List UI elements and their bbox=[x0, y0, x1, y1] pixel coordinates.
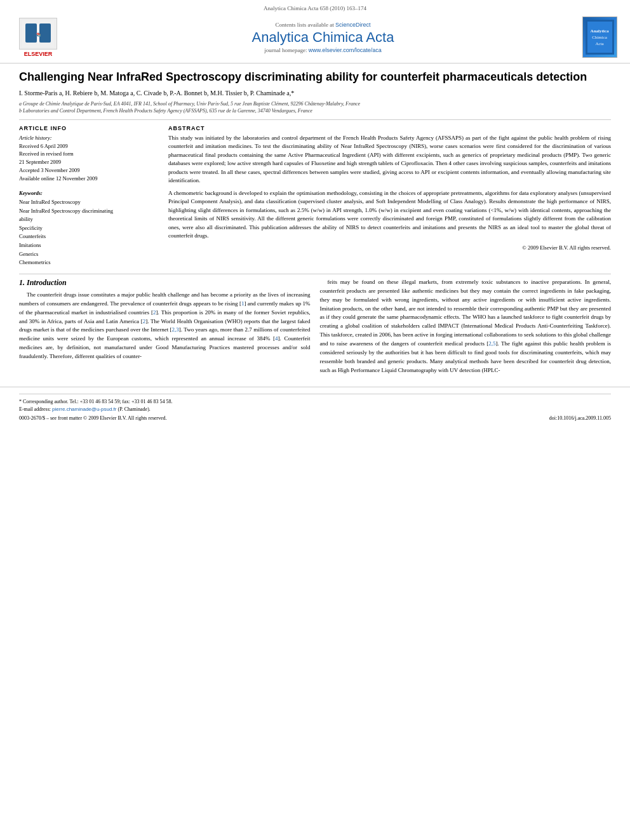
copyright-line: © 2009 Elsevier B.V. All rights reserved… bbox=[168, 244, 611, 251]
journal-thumbnail: Analytica Chimica Acta bbox=[582, 17, 617, 58]
abstract-paragraph-1: This study was initiated by the laborato… bbox=[168, 134, 611, 185]
science-direct-link[interactable]: ScienceDirect bbox=[335, 22, 371, 28]
intro-paragraph-right-1: feits may be found on these illegal mark… bbox=[320, 278, 612, 375]
elsevier-brand-text: ELSEVIER bbox=[24, 51, 53, 57]
keyword-5: Imitations bbox=[19, 241, 159, 250]
keyword-3: Specificity bbox=[19, 224, 159, 233]
journal-title: Analytica Chimica Acta bbox=[70, 29, 576, 46]
article-history: Article history: Received 6 April 2009 R… bbox=[19, 134, 159, 183]
elsevier-logo-image: 📚 bbox=[19, 18, 57, 50]
footnote-email-line: E-mail address: pierre.chaminade@u-psud.… bbox=[19, 406, 611, 413]
authors-text: I. Storme-Paris a, H. Rebiere b, M. Mato… bbox=[19, 90, 294, 97]
author-email[interactable]: pierre.chaminade@u-psud.fr bbox=[52, 406, 117, 412]
accepted-date: Accepted 3 November 2009 bbox=[19, 166, 159, 175]
keyword-7: Chemometrics bbox=[19, 258, 159, 267]
science-direct-label: Contents lists available at ScienceDirec… bbox=[70, 22, 576, 28]
introduction-left: 1. Introduction The counterfeit drugs is… bbox=[19, 278, 311, 375]
footer-divider bbox=[19, 394, 611, 394]
article-info-heading: ARTICLE INFO bbox=[19, 125, 159, 131]
authors-line: I. Storme-Paris a, H. Rebiere b, M. Mato… bbox=[19, 88, 611, 98]
footer-bottom-bar: 0003-2670/$ – see front matter © 2009 El… bbox=[19, 415, 611, 421]
journal-homepage: journal homepage: www.elsevier.com/locat… bbox=[70, 47, 576, 53]
revised-label: Received in revised form bbox=[19, 150, 159, 158]
affiliation-b: b Laboratories and Control Department, F… bbox=[19, 107, 611, 114]
affiliations: a Groupe de Chimie Analytique de Paris-S… bbox=[19, 100, 611, 114]
intro-body-left: The counterfeit drugs issue constitutes … bbox=[19, 291, 311, 362]
issn-line: 0003-2670/$ – see front matter © 2009 El… bbox=[19, 415, 167, 421]
elsevier-logo: 📚 ELSEVIER bbox=[13, 18, 64, 57]
intro-body-right: feits may be found on these illegal mark… bbox=[320, 278, 612, 375]
email-label: E-mail address: bbox=[19, 406, 51, 412]
svg-text:Acta: Acta bbox=[595, 41, 604, 46]
introduction-section: 1. Introduction The counterfeit drugs is… bbox=[19, 278, 611, 375]
article-info-abstract-section: ARTICLE INFO Article history: Received 6… bbox=[19, 119, 611, 267]
section-number-title: 1. Introduction bbox=[19, 278, 311, 288]
section-divider bbox=[19, 274, 611, 274]
journal-ref: Analytica Chimica Acta 658 (2010) 163–17… bbox=[13, 5, 617, 11]
keywords-section: Keywords: Near InfraRed Spectroscopy Nea… bbox=[19, 189, 159, 267]
section-number: 1. bbox=[19, 278, 25, 287]
page-footer: * Corresponding author. Tel.: +33 01 46 … bbox=[0, 387, 630, 423]
svg-text:Analytica: Analytica bbox=[591, 29, 609, 34]
intro-paragraph-left-1: The counterfeit drugs issue constitutes … bbox=[19, 291, 311, 362]
abstract-column: ABSTRACT This study was initiated by the… bbox=[168, 125, 611, 267]
svg-text:Chimica: Chimica bbox=[592, 35, 608, 40]
revised-date: 21 September 2009 bbox=[19, 158, 159, 166]
abstract-paragraph-2: A chemometric background is developed to… bbox=[168, 189, 611, 241]
article-content: Challenging Near InfraRed Spectroscopy d… bbox=[0, 63, 630, 382]
svg-rect-2 bbox=[39, 23, 51, 43]
abstract-body: This study was initiated by the laborato… bbox=[168, 134, 611, 241]
abstract-heading: ABSTRACT bbox=[168, 125, 611, 131]
affiliation-a: a Groupe de Chimie Analytique de Paris-S… bbox=[19, 100, 611, 107]
journal-homepage-url[interactable]: www.elsevier.com/locate/aca bbox=[309, 47, 382, 53]
available-date: Available online 12 November 2009 bbox=[19, 175, 159, 183]
header-center: Contents lists available at ScienceDirec… bbox=[70, 22, 576, 53]
footnote-corresponding: * Corresponding author. Tel.: +33 01 46 … bbox=[19, 398, 611, 406]
keyword-6: Generics bbox=[19, 250, 159, 259]
page-header: Analytica Chimica Acta 658 (2010) 163–17… bbox=[0, 0, 630, 63]
article-info-column: ARTICLE INFO Article history: Received 6… bbox=[19, 125, 159, 267]
svg-text:📚: 📚 bbox=[36, 32, 41, 37]
keywords-label: Keywords: bbox=[19, 190, 43, 196]
keyword-4: Counterfeits bbox=[19, 232, 159, 241]
article-title: Challenging Near InfraRed Spectroscopy d… bbox=[19, 70, 611, 84]
svg-rect-1 bbox=[25, 23, 37, 43]
corresponding-author-note: * Corresponding author. Tel.: +33 01 46 … bbox=[19, 399, 172, 404]
doi-line: doi:10.1016/j.aca.2009.11.005 bbox=[549, 415, 611, 421]
introduction-right: feits may be found on these illegal mark… bbox=[320, 278, 612, 375]
keyword-2: Near InfraRed Spectroscopy discriminatin… bbox=[19, 207, 159, 224]
history-label: Article history: bbox=[19, 135, 52, 141]
author-name-paren: (P. Chaminade). bbox=[118, 406, 151, 412]
received-date: Received 6 April 2009 bbox=[19, 142, 159, 150]
keyword-1: Near InfraRed Spectroscopy bbox=[19, 198, 159, 207]
section-title-text: Introduction bbox=[27, 278, 67, 287]
